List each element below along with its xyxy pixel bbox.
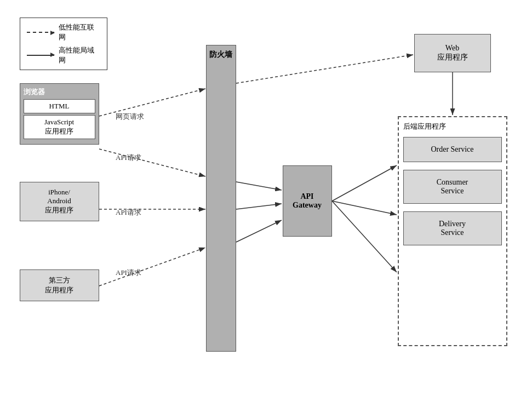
javascript-label: JavaScript 应用程序: [44, 118, 74, 135]
order-service-box: Order Service: [403, 137, 502, 162]
web-app: Web 应用程序: [414, 34, 491, 72]
arrow-gw-consumer: [332, 201, 397, 215]
arrow-fw-webapp: [236, 55, 413, 83]
arrow-third-api: [99, 248, 205, 286]
delivery-service-box: DeliveryService: [403, 211, 502, 245]
api-request-label-2: API请求: [116, 208, 141, 216]
legend-label-high: 高性能局域网: [59, 45, 100, 65]
client-third: 第三方 应用程序: [20, 269, 99, 301]
html-box: HTML: [24, 99, 95, 113]
diagram: 低性能互联网 高性能局域网 浏览器 HTML JavaScript 应用程序 i…: [14, 12, 518, 384]
api-gateway: API Gateway: [283, 165, 332, 237]
api-request-label-3: API请求: [116, 268, 141, 277]
arrow-fw-apigateway-1: [236, 182, 282, 190]
backend-title: 后端应用程序: [403, 122, 502, 131]
mobile-line2: Android: [25, 197, 94, 205]
firewall-label: 防火墙: [209, 50, 232, 60]
arrow-fw-apigateway-3: [236, 220, 282, 242]
consumer-service-box: ConsumerService: [403, 170, 502, 204]
arrow-gw-delivery: [332, 201, 397, 272]
mobile-line1: iPhone/: [25, 188, 94, 197]
arrow-browser-api: [99, 149, 205, 176]
third-line1: 第三方: [25, 276, 94, 285]
client-mobile: iPhone/ Android 应用程序: [20, 182, 99, 221]
legend-item-high: 高性能局域网: [27, 45, 100, 65]
client-browser: 浏览器 HTML JavaScript 应用程序: [20, 83, 99, 145]
third-line2: 应用程序: [25, 285, 94, 295]
legend-label-low: 低性能互联网: [59, 22, 100, 42]
web-line1: Web: [437, 44, 468, 53]
arrow-gw-order: [332, 165, 397, 201]
consumer-service-label: ConsumerService: [437, 178, 468, 195]
mobile-line3: 应用程序: [25, 205, 94, 215]
order-service-label: Order Service: [431, 145, 473, 153]
javascript-box: JavaScript 应用程序: [24, 115, 95, 139]
api-request-label-1: API请求: [116, 153, 141, 162]
web-line2: 应用程序: [437, 53, 468, 62]
legend: 低性能互联网 高性能局域网: [20, 18, 107, 70]
arrow-fw-apigateway-2: [236, 204, 282, 209]
legend-item-low: 低性能互联网: [27, 22, 100, 42]
api-gateway-label: API Gateway: [293, 192, 322, 210]
arrow-browser-web: [99, 89, 205, 116]
dashed-line-icon: [27, 32, 54, 33]
firewall: 防火墙: [206, 45, 236, 352]
backend-container: 后端应用程序 Order Service ConsumerService Del…: [398, 116, 507, 346]
solid-line-icon: [27, 55, 54, 56]
web-request-label: 网页请求: [116, 112, 144, 120]
delivery-service-label: DeliveryService: [439, 220, 466, 237]
browser-title: 浏览器: [24, 87, 95, 97]
web-app-content: Web 应用程序: [437, 44, 468, 62]
